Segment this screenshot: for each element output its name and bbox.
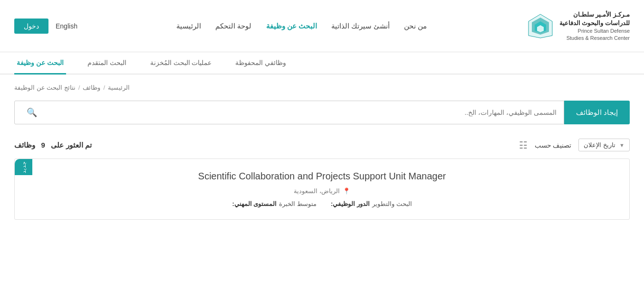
sub-nav-saved-searches[interactable]: عمليات البحث المُخزنة [148, 52, 214, 75]
location-icon: 📍 [343, 187, 350, 195]
nav-item-search[interactable]: البحث عن وظيفة [266, 22, 317, 30]
job-role: البحث والتطوير الدور الوظيفي: [331, 200, 412, 207]
breadcrumb-sep-1: / [103, 84, 105, 91]
job-location-text: الرياض، السعودية [294, 187, 340, 195]
logo: مـركـز الأمـير سلطـان للدراسات والبحوث ا… [526, 10, 630, 41]
sort-value: تاريخ الإعلان [584, 141, 615, 149]
logo-icon [526, 12, 555, 40]
breadcrumb: الرئيسية / وظائف / نتائج البحث عن الوظيف… [0, 75, 644, 96]
results-count: تم العثور على 9 وظائف [14, 141, 92, 149]
nav-item-dashboard[interactable]: لوحة التحكم [215, 22, 251, 30]
sort-label: تصنيف حسب [535, 141, 572, 149]
job-level-value: متوسط الخبرة [279, 200, 317, 207]
header-actions: دخول English [14, 19, 77, 34]
job-location: 📍 الرياض، السعودية [29, 187, 615, 195]
job-meta: البحث والتطوير الدور الوظيفي: متوسط الخب… [29, 200, 615, 207]
search-section: إيجاد الوظائف 🔍 [0, 96, 644, 134]
results-bar: ▼ تاريخ الإعلان تصنيف حسب ☷ تم العثور عل… [0, 134, 644, 159]
sub-nav-saved-jobs[interactable]: وظائفي المحفوظة [233, 52, 288, 75]
search-icon: 🔍 [27, 107, 37, 118]
nav-item-cv[interactable]: أنشئ سيرتك الذاتية [331, 22, 390, 30]
job-level: متوسط الخبرة المستوى المهني: [232, 200, 317, 207]
sort-select[interactable]: ▼ تاريخ الإعلان [578, 139, 630, 151]
header: مـركـز الأمـير سلطـان للدراسات والبحوث ا… [0, 0, 644, 52]
nav-item-about[interactable]: من نحن [404, 22, 427, 30]
job-card[interactable]: جديد Scientific Collaboration and Projec… [14, 159, 630, 220]
breadcrumb-home[interactable]: الرئيسية [108, 84, 130, 91]
sub-nav-advanced-search[interactable]: البحث المتقدم [85, 52, 129, 75]
breadcrumb-jobs[interactable]: وظائف [83, 84, 100, 91]
search-bar: 🔍 [14, 101, 564, 124]
sub-nav-job-search[interactable]: البحث عن وظيفة [14, 52, 66, 75]
job-new-badge: جديد [15, 159, 32, 175]
job-role-label: الدور الوظيفي: [331, 200, 370, 207]
results-count-text: تم العثور على [51, 141, 91, 149]
main-nav: الرئيسية لوحة التحكم البحث عن وظيفة أنشئ… [176, 22, 427, 30]
sub-nav: وظائفي المحفوظة عمليات البحث المُخزنة ال… [0, 52, 644, 75]
grid-view-icon[interactable]: ☷ [519, 140, 528, 151]
nav-item-home[interactable]: الرئيسية [176, 22, 201, 30]
job-level-label: المستوى المهني: [232, 200, 277, 207]
find-jobs-button[interactable]: إيجاد الوظائف [564, 101, 630, 124]
logo-text: مـركـز الأمـير سلطـان للدراسات والبحوث ا… [559, 10, 630, 41]
login-button[interactable]: دخول [14, 19, 48, 34]
logo-english-title: Prince Sultan Defense Studies & Research… [559, 28, 630, 41]
search-input[interactable] [37, 109, 557, 116]
results-number: 9 [41, 141, 45, 149]
job-title: Scientific Collaboration and Projects Su… [29, 171, 615, 182]
breadcrumb-sep-2: / [78, 84, 80, 91]
language-switcher[interactable]: English [56, 22, 77, 30]
job-role-value: البحث والتطوير [372, 200, 412, 207]
results-unit: وظائف [14, 141, 35, 149]
sort-area: ▼ تاريخ الإعلان تصنيف حسب ☷ [519, 139, 630, 151]
breadcrumb-results: نتائج البحث عن الوظيفة [14, 84, 76, 91]
chevron-down-icon: ▼ [619, 142, 625, 148]
logo-arabic-title: مـركـز الأمـير سلطـان للدراسات والبحوث ا… [559, 10, 630, 28]
